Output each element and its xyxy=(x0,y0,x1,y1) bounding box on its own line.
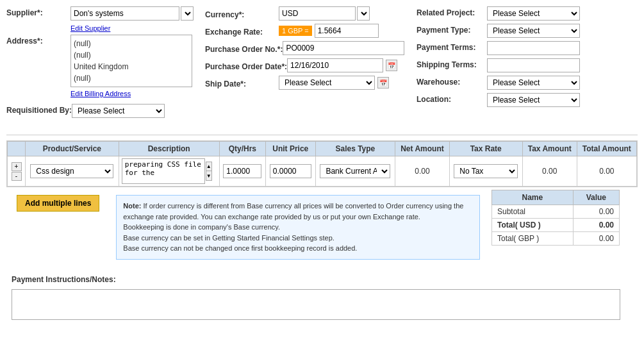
total-usd-label: Total( USD ) xyxy=(492,219,574,232)
col-header-sales-type: Sales Type xyxy=(315,142,395,156)
edit-billing-link[interactable]: Edit Billing Address xyxy=(70,90,199,97)
payment-notes-label: Payment Instructions/Notes: xyxy=(12,275,632,284)
col-header-tax-amount: Tax Amount xyxy=(522,142,577,156)
subtotal-label: Subtotal xyxy=(492,205,574,219)
summary-row-total-gbp: Total( GBP ) 0.00 xyxy=(492,232,620,246)
col-header-net-amount: Net Amount xyxy=(395,142,449,156)
shipping-terms-input[interactable] xyxy=(487,58,580,72)
address-line-1: (null) xyxy=(74,38,189,49)
description-cell: preparing CSS file for the ▲ ▼ xyxy=(119,156,219,187)
tax-amount-value: 0.00 xyxy=(542,167,557,176)
currency-input[interactable] xyxy=(279,6,356,21)
payment-notes-textarea[interactable] xyxy=(12,289,620,320)
total-gbp-label: Total( GBP ) xyxy=(492,232,574,246)
col-header-total-amount: Total Amount xyxy=(577,142,636,156)
sales-type-cell: Bank Current Accou xyxy=(315,156,395,187)
requisitioned-select[interactable]: Please Select xyxy=(72,104,165,118)
tax-rate-cell: No Tax xyxy=(449,156,522,187)
location-select[interactable]: Please Select xyxy=(487,93,580,107)
address-line-3: United Kingdom xyxy=(74,61,189,72)
supplier-input[interactable] xyxy=(70,6,179,21)
tax-amount-cell: 0.00 xyxy=(522,156,577,187)
currency-dropdown[interactable] xyxy=(357,6,370,21)
edit-supplier-link[interactable]: Edit Supplier xyxy=(70,24,199,32)
col-header-tax-rate: Tax Rate xyxy=(449,142,522,156)
po-date-label: Purchase Order Date*: xyxy=(205,60,287,71)
related-project-select[interactable]: Please Select xyxy=(487,6,580,21)
po-date-calendar-icon[interactable]: 📅 xyxy=(386,60,397,71)
qty-cell xyxy=(219,156,265,187)
summary-value-header: Value xyxy=(573,190,619,205)
po-number-input[interactable] xyxy=(283,41,404,55)
col-header-product: Product/Service xyxy=(26,142,119,156)
note-box: Note: If order currency is different fro… xyxy=(116,195,480,260)
exchange-rate-label: Exchange Rate: xyxy=(205,26,279,37)
unit-price-input[interactable] xyxy=(270,164,311,178)
payment-terms-input[interactable] xyxy=(487,41,580,55)
po-number-label: Purchase Order No.*: xyxy=(205,43,283,54)
net-amount-cell: 0.00 xyxy=(395,156,449,187)
col-header-unit-price: Unit Price xyxy=(266,142,316,156)
warehouse-select[interactable]: Please Select xyxy=(487,76,580,90)
currency-label: Currency*: xyxy=(205,8,279,19)
qty-input[interactable] xyxy=(223,164,261,178)
desc-scroll-up[interactable]: ▲ xyxy=(206,162,211,171)
col-header-qty: Qty/Hrs xyxy=(219,142,265,156)
location-label: Location: xyxy=(417,93,487,104)
shipping-terms-label: Shipping Terms: xyxy=(417,58,487,69)
exchange-badge: 1 GBP = xyxy=(279,26,312,36)
address-line-2: (null) xyxy=(74,49,189,61)
summary-row-subtotal: Subtotal 0.00 xyxy=(492,205,620,219)
po-date-input[interactable] xyxy=(287,58,383,72)
row-add-button[interactable]: + xyxy=(12,162,22,171)
line-items-table: Product/Service Description Qty/Hrs Unit… xyxy=(7,141,637,187)
net-amount-value: 0.00 xyxy=(415,167,429,176)
col-header-description: Description xyxy=(119,142,219,156)
ship-date-calendar-icon[interactable]: 📅 xyxy=(377,77,389,88)
total-amount-cell: 0.00 xyxy=(577,156,636,187)
total-amount-value: 0.00 xyxy=(599,167,614,176)
supplier-dropdown[interactable] xyxy=(181,6,194,21)
payment-terms-label: Payment Terms: xyxy=(417,41,487,52)
address-label: Address*: xyxy=(6,35,70,46)
subtotal-value: 0.00 xyxy=(573,205,619,219)
exchange-rate-input[interactable] xyxy=(315,24,379,38)
col-header-actions xyxy=(8,142,26,156)
payment-type-select[interactable]: Please Select xyxy=(487,24,580,38)
summary-table: Name Value Subtotal 0.00 Total( USD ) 0.… xyxy=(491,190,620,246)
ship-date-select[interactable]: Please Select xyxy=(279,76,375,90)
desc-scroll-down[interactable]: ▼ xyxy=(206,171,211,180)
requisitioned-label: Requisitioned By: xyxy=(6,104,72,115)
add-multiple-lines-button[interactable]: Add multiple lines xyxy=(17,195,99,212)
summary-row-total-usd: Total( USD ) 0.00 xyxy=(492,219,620,232)
tax-rate-select[interactable]: No Tax xyxy=(454,164,518,178)
payment-type-label: Payment Type: xyxy=(417,24,487,35)
unit-price-cell xyxy=(266,156,316,187)
total-usd-value: 0.00 xyxy=(573,219,619,232)
note-text: If order currency is different from Base… xyxy=(123,202,463,252)
note-bold: Note: xyxy=(123,202,141,210)
product-cell: Css design xyxy=(26,156,119,187)
warehouse-label: Warehouse: xyxy=(417,76,487,87)
ship-date-label: Ship Date*: xyxy=(205,78,279,88)
description-textarea[interactable]: preparing CSS file for the xyxy=(122,158,205,184)
total-gbp-value: 0.00 xyxy=(573,232,619,246)
related-project-label: Related Project: xyxy=(417,6,487,17)
row-remove-button[interactable]: - xyxy=(12,172,22,181)
summary-name-header: Name xyxy=(492,190,574,205)
address-line-4: (null) xyxy=(74,72,189,84)
row-stepper-cell: + - xyxy=(8,156,26,187)
product-select[interactable]: Css design xyxy=(30,164,113,178)
address-box: (null) (null) United Kingdom (null) xyxy=(70,35,192,87)
sales-type-select[interactable]: Bank Current Accou xyxy=(320,164,390,178)
supplier-label: Supplier*: xyxy=(6,6,70,17)
table-row: + - Css design preparing CSS file for th… xyxy=(8,156,637,187)
